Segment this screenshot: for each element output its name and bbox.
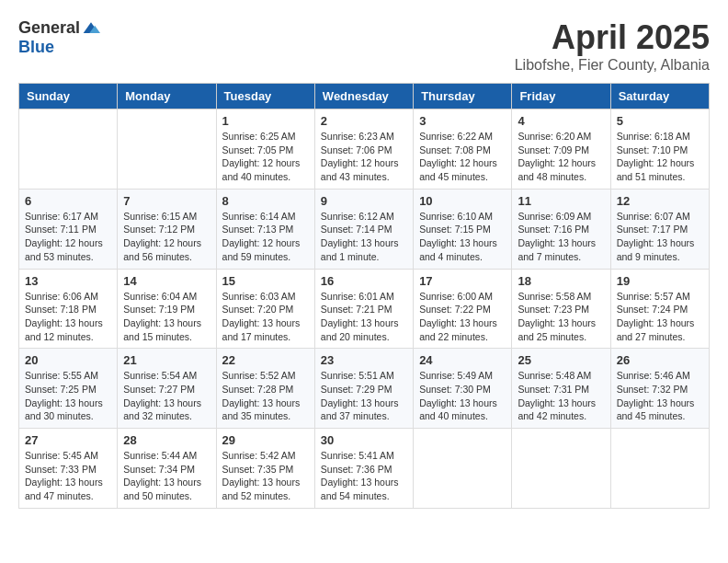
calendar-cell: 14Sunrise: 6:04 AM Sunset: 7:19 PM Dayli… bbox=[118, 269, 216, 349]
day-number: 19 bbox=[617, 274, 703, 288]
day-content: Sunrise: 5:55 AM Sunset: 7:25 PM Dayligh… bbox=[25, 369, 111, 423]
day-number: 16 bbox=[321, 274, 407, 288]
day-content: Sunrise: 5:48 AM Sunset: 7:31 PM Dayligh… bbox=[518, 369, 604, 423]
logo-icon bbox=[82, 19, 100, 38]
calendar-cell: 27Sunrise: 5:45 AM Sunset: 7:33 PM Dayli… bbox=[19, 429, 118, 509]
calendar-cell: 18Sunrise: 5:58 AM Sunset: 7:23 PM Dayli… bbox=[512, 269, 610, 349]
calendar-cell: 28Sunrise: 5:44 AM Sunset: 7:34 PM Dayli… bbox=[118, 429, 216, 509]
calendar-cell bbox=[512, 429, 610, 509]
day-number: 26 bbox=[617, 353, 703, 367]
calendar-cell: 22Sunrise: 5:52 AM Sunset: 7:28 PM Dayli… bbox=[216, 349, 314, 429]
day-number: 21 bbox=[123, 353, 210, 367]
day-content: Sunrise: 5:57 AM Sunset: 7:24 PM Dayligh… bbox=[617, 290, 703, 344]
calendar-cell: 17Sunrise: 6:00 AM Sunset: 7:22 PM Dayli… bbox=[414, 269, 512, 349]
day-number: 7 bbox=[123, 194, 210, 208]
calendar-cell bbox=[610, 429, 709, 509]
day-content: Sunrise: 5:42 AM Sunset: 7:35 PM Dayligh… bbox=[222, 449, 309, 503]
calendar-cell: 15Sunrise: 6:03 AM Sunset: 7:20 PM Dayli… bbox=[216, 269, 314, 349]
day-number: 5 bbox=[617, 114, 703, 128]
calendar-cell: 29Sunrise: 5:42 AM Sunset: 7:35 PM Dayli… bbox=[216, 429, 314, 509]
calendar-cell: 26Sunrise: 5:46 AM Sunset: 7:32 PM Dayli… bbox=[610, 349, 709, 429]
day-content: Sunrise: 6:09 AM Sunset: 7:16 PM Dayligh… bbox=[518, 210, 604, 264]
calendar-cell: 16Sunrise: 6:01 AM Sunset: 7:21 PM Dayli… bbox=[314, 269, 413, 349]
day-number: 15 bbox=[222, 274, 309, 288]
day-content: Sunrise: 6:23 AM Sunset: 7:06 PM Dayligh… bbox=[321, 130, 407, 184]
day-number: 6 bbox=[25, 194, 111, 208]
month-title: April 2025 bbox=[515, 18, 710, 57]
day-number: 11 bbox=[518, 194, 604, 208]
calendar-cell: 8Sunrise: 6:14 AM Sunset: 7:13 PM Daylig… bbox=[216, 189, 314, 269]
calendar-cell: 1Sunrise: 6:25 AM Sunset: 7:05 PM Daylig… bbox=[216, 109, 314, 190]
calendar: SundayMondayTuesdayWednesdayThursdayFrid… bbox=[18, 83, 710, 509]
day-content: Sunrise: 6:04 AM Sunset: 7:19 PM Dayligh… bbox=[123, 290, 210, 344]
day-number: 23 bbox=[321, 353, 407, 367]
logo-blue: Blue bbox=[18, 38, 54, 57]
week-row-3: 13Sunrise: 6:06 AM Sunset: 7:18 PM Dayli… bbox=[19, 269, 710, 349]
week-row-4: 20Sunrise: 5:55 AM Sunset: 7:25 PM Dayli… bbox=[19, 349, 710, 429]
calendar-cell: 23Sunrise: 5:51 AM Sunset: 7:29 PM Dayli… bbox=[314, 349, 413, 429]
day-number: 2 bbox=[321, 114, 407, 128]
week-row-1: 1Sunrise: 6:25 AM Sunset: 7:05 PM Daylig… bbox=[19, 109, 710, 190]
calendar-cell: 3Sunrise: 6:22 AM Sunset: 7:08 PM Daylig… bbox=[414, 109, 512, 190]
day-header-wednesday: Wednesday bbox=[314, 84, 413, 109]
logo-general: General bbox=[18, 18, 80, 38]
calendar-cell bbox=[19, 109, 118, 190]
day-content: Sunrise: 5:52 AM Sunset: 7:28 PM Dayligh… bbox=[222, 369, 309, 423]
day-content: Sunrise: 5:51 AM Sunset: 7:29 PM Dayligh… bbox=[321, 369, 407, 423]
calendar-cell: 2Sunrise: 6:23 AM Sunset: 7:06 PM Daylig… bbox=[314, 109, 413, 190]
day-header-saturday: Saturday bbox=[610, 84, 709, 109]
day-number: 10 bbox=[419, 194, 506, 208]
day-content: Sunrise: 5:49 AM Sunset: 7:30 PM Dayligh… bbox=[419, 369, 506, 423]
calendar-cell: 24Sunrise: 5:49 AM Sunset: 7:30 PM Dayli… bbox=[414, 349, 512, 429]
calendar-cell: 9Sunrise: 6:12 AM Sunset: 7:14 PM Daylig… bbox=[314, 189, 413, 269]
day-header-sunday: Sunday bbox=[19, 84, 118, 109]
calendar-cell: 13Sunrise: 6:06 AM Sunset: 7:18 PM Dayli… bbox=[19, 269, 118, 349]
subtitle: Libofshe, Fier County, Albania bbox=[515, 57, 710, 74]
day-content: Sunrise: 6:17 AM Sunset: 7:11 PM Dayligh… bbox=[25, 210, 111, 264]
day-content: Sunrise: 6:25 AM Sunset: 7:05 PM Dayligh… bbox=[222, 130, 309, 184]
day-content: Sunrise: 6:03 AM Sunset: 7:20 PM Dayligh… bbox=[222, 290, 309, 344]
day-number: 28 bbox=[123, 433, 210, 447]
day-number: 14 bbox=[123, 274, 210, 288]
day-number: 29 bbox=[222, 433, 309, 447]
calendar-cell: 21Sunrise: 5:54 AM Sunset: 7:27 PM Dayli… bbox=[118, 349, 216, 429]
day-content: Sunrise: 5:44 AM Sunset: 7:34 PM Dayligh… bbox=[123, 449, 210, 503]
calendar-cell: 7Sunrise: 6:15 AM Sunset: 7:12 PM Daylig… bbox=[118, 189, 216, 269]
day-number: 17 bbox=[419, 274, 506, 288]
day-number: 18 bbox=[518, 274, 604, 288]
day-number: 27 bbox=[25, 433, 111, 447]
day-header-friday: Friday bbox=[512, 84, 610, 109]
day-header-tuesday: Tuesday bbox=[216, 84, 314, 109]
day-content: Sunrise: 6:18 AM Sunset: 7:10 PM Dayligh… bbox=[617, 130, 703, 184]
day-number: 4 bbox=[518, 114, 604, 128]
day-content: Sunrise: 6:07 AM Sunset: 7:17 PM Dayligh… bbox=[617, 210, 703, 264]
day-content: Sunrise: 6:10 AM Sunset: 7:15 PM Dayligh… bbox=[419, 210, 506, 264]
day-number: 24 bbox=[419, 353, 506, 367]
day-number: 30 bbox=[321, 433, 407, 447]
calendar-cell: 10Sunrise: 6:10 AM Sunset: 7:15 PM Dayli… bbox=[414, 189, 512, 269]
day-content: Sunrise: 6:01 AM Sunset: 7:21 PM Dayligh… bbox=[321, 290, 407, 344]
day-content: Sunrise: 6:00 AM Sunset: 7:22 PM Dayligh… bbox=[419, 290, 506, 344]
calendar-cell bbox=[118, 109, 216, 190]
day-number: 3 bbox=[419, 114, 506, 128]
calendar-cell: 12Sunrise: 6:07 AM Sunset: 7:17 PM Dayli… bbox=[610, 189, 709, 269]
day-header-thursday: Thursday bbox=[414, 84, 512, 109]
day-number: 9 bbox=[321, 194, 407, 208]
day-content: Sunrise: 5:45 AM Sunset: 7:33 PM Dayligh… bbox=[25, 449, 111, 503]
day-number: 20 bbox=[25, 353, 111, 367]
logo: General Blue bbox=[18, 18, 100, 57]
day-header-monday: Monday bbox=[118, 84, 216, 109]
calendar-cell bbox=[414, 429, 512, 509]
calendar-cell: 4Sunrise: 6:20 AM Sunset: 7:09 PM Daylig… bbox=[512, 109, 610, 190]
calendar-cell: 11Sunrise: 6:09 AM Sunset: 7:16 PM Dayli… bbox=[512, 189, 610, 269]
day-number: 8 bbox=[222, 194, 309, 208]
calendar-cell: 25Sunrise: 5:48 AM Sunset: 7:31 PM Dayli… bbox=[512, 349, 610, 429]
day-content: Sunrise: 6:06 AM Sunset: 7:18 PM Dayligh… bbox=[25, 290, 111, 344]
week-row-5: 27Sunrise: 5:45 AM Sunset: 7:33 PM Dayli… bbox=[19, 429, 710, 509]
day-number: 1 bbox=[222, 114, 309, 128]
calendar-cell: 6Sunrise: 6:17 AM Sunset: 7:11 PM Daylig… bbox=[19, 189, 118, 269]
days-header-row: SundayMondayTuesdayWednesdayThursdayFrid… bbox=[19, 84, 710, 109]
day-content: Sunrise: 6:22 AM Sunset: 7:08 PM Dayligh… bbox=[419, 130, 506, 184]
title-area: April 2025 Libofshe, Fier County, Albani… bbox=[515, 18, 710, 74]
header: General Blue April 2025 Libofshe, Fier C… bbox=[18, 18, 710, 74]
